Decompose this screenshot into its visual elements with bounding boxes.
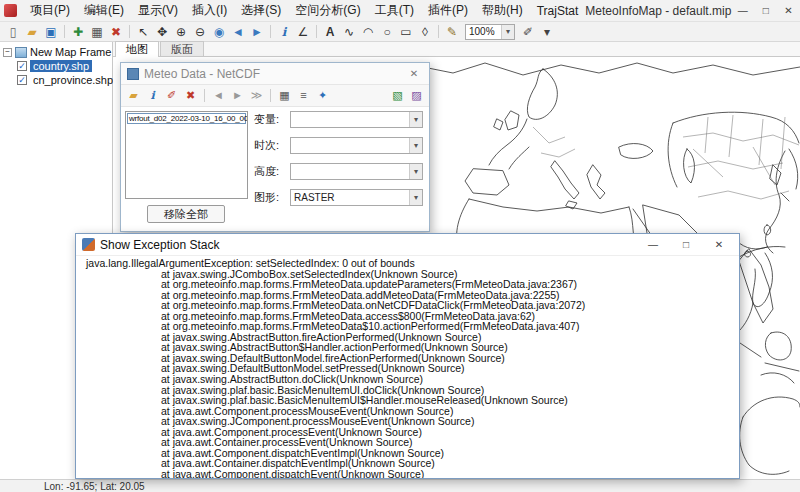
stack-trace: java.lang.IllegalArgumentException: setS… xyxy=(76,256,739,478)
chevron-down-icon: ▾ xyxy=(409,164,422,179)
map-frame-row[interactable]: − New Map Frame xyxy=(0,45,112,59)
menu-project[interactable]: 项目(P) xyxy=(23,0,77,21)
menu-selection[interactable]: 选择(S) xyxy=(234,0,288,21)
toolbar-separator xyxy=(438,25,439,38)
toolbar-separator xyxy=(270,89,271,102)
view-tabbar: 地图 版面 xyxy=(113,42,800,57)
edit-vertices-icon[interactable]: ✐ xyxy=(519,23,537,40)
remove-all-button[interactable]: 移除全部 xyxy=(147,205,225,223)
layer-label-cn-province[interactable]: cn_province.shp xyxy=(30,74,116,86)
next-time-icon[interactable]: ► xyxy=(229,88,246,104)
edit-tool-icon[interactable]: ✎ xyxy=(443,23,461,40)
time-combo[interactable]: ▾ xyxy=(290,137,423,154)
main-toolbar: ▯ ▰ ▣ ✚ ▦ ✖ ↖ ✥ ⊕ ⊖ ◉ ◄ ► i ∠ A ∿ ◠ ○ ▭ … xyxy=(0,22,800,42)
toolbar-separator xyxy=(64,25,65,38)
new-project-icon[interactable]: ▯ xyxy=(4,23,22,40)
previous-time-icon[interactable]: ◄ xyxy=(210,88,227,104)
chart-icon[interactable]: ▧ xyxy=(389,88,406,104)
exception-minimize-button[interactable]: — xyxy=(639,234,667,256)
zoom-level-combo[interactable]: 100% ▾ xyxy=(465,24,515,40)
tab-layout[interactable]: 版面 xyxy=(160,41,204,56)
graph-value: RASTER xyxy=(291,192,409,203)
menu-help[interactable]: 帮助(H) xyxy=(475,0,530,21)
toolbar-separator xyxy=(129,25,130,38)
insert-curve-icon[interactable]: ◠ xyxy=(359,23,377,40)
meteo-dialog-title: Meteo Data - NetCDF xyxy=(144,67,260,81)
measure-icon[interactable]: ∠ xyxy=(294,23,312,40)
data-info-icon[interactable]: i xyxy=(144,88,161,104)
window-title: MeteoInfoMap - default.mip xyxy=(585,4,731,18)
menu-edit[interactable]: 编辑(E) xyxy=(77,0,131,21)
exception-dialog-icon xyxy=(82,238,95,251)
insert-label-icon[interactable]: A xyxy=(321,23,339,40)
settings-icon[interactable]: ≡ xyxy=(295,88,312,104)
layer-checkbox-country[interactable]: ✓ xyxy=(17,61,27,71)
statusbar: Lon: -91.65; Lat: 20.05 xyxy=(0,479,800,492)
remove-layer-icon[interactable]: ✖ xyxy=(107,23,125,40)
layer-row-country[interactable]: ✓ country.shp xyxy=(0,59,112,73)
select-icon[interactable]: ↖ xyxy=(134,23,152,40)
level-combo[interactable]: ▾ xyxy=(290,163,423,180)
meteo-dialog-close-button[interactable]: ✕ xyxy=(405,68,423,79)
variable-label: 变量: xyxy=(254,112,286,127)
layer-row-cn-province[interactable]: ✓ cn_province.shp xyxy=(0,73,112,87)
open-file-icon[interactable]: ▰ xyxy=(125,88,142,104)
layer-checkbox-cn-province[interactable]: ✓ xyxy=(17,75,27,85)
minimize-button[interactable]: — xyxy=(731,0,754,21)
last-time-icon[interactable]: ≫ xyxy=(248,88,265,104)
menu-tools[interactable]: 工具(T) xyxy=(368,0,421,21)
layer-label-country[interactable]: country.shp xyxy=(30,60,92,72)
menu-view[interactable]: 显示(V) xyxy=(131,0,185,21)
app-icon xyxy=(4,4,17,17)
tab-map[interactable]: 地图 xyxy=(115,41,159,57)
variable-combo[interactable]: ▾ xyxy=(290,111,423,128)
exception-close-button[interactable]: ✕ xyxy=(705,234,733,256)
pan-icon[interactable]: ✥ xyxy=(153,23,171,40)
toolbar-separator xyxy=(316,25,317,38)
zoom-out-icon[interactable]: ⊖ xyxy=(191,23,209,40)
zoom-previous-icon[interactable]: ◄ xyxy=(229,23,247,40)
insert-rectangle-icon[interactable]: ▭ xyxy=(397,23,415,40)
exception-maximize-button[interactable]: □ xyxy=(672,234,700,256)
meteo-dialog-icon xyxy=(127,68,139,80)
tools-icon[interactable]: ✦ xyxy=(314,88,331,104)
open-project-icon[interactable]: ▰ xyxy=(23,23,41,40)
meteo-data-dialog: Meteo Data - NetCDF ✕ ▰ i ✐ ✖ ◄ ► ≫ ▦ ≡ … xyxy=(120,62,430,232)
tree-collapse-icon[interactable]: − xyxy=(3,48,12,57)
data-file-list[interactable]: wrfout_d02_2022-03-10_16_00_00 xyxy=(125,111,248,199)
menu-trajstat[interactable]: TrajStat xyxy=(530,0,586,21)
remove-data-icon[interactable]: ✖ xyxy=(182,88,199,104)
exception-dialog: Show Exception Stack — □ ✕ java.lang.Ill… xyxy=(75,233,740,479)
maximize-button[interactable]: □ xyxy=(754,0,777,21)
menu-plugin[interactable]: 插件(P) xyxy=(421,0,475,21)
save-project-icon[interactable]: ▣ xyxy=(42,23,60,40)
data-file-item[interactable]: wrfout_d02_2022-03-10_16_00_00 xyxy=(127,113,246,124)
coordinates-readout: Lon: -91.65; Lat: 20.05 xyxy=(44,481,145,492)
menu-geoprocessing[interactable]: 空间分析(G) xyxy=(288,0,367,21)
data-table-icon[interactable]: ▦ xyxy=(276,88,293,104)
image-icon[interactable]: ▨ xyxy=(408,88,425,104)
meteo-fields: 变量: ▾ 时次: ▾ 高度: ▾ xyxy=(254,111,423,215)
insert-ellipse-icon[interactable]: ◊ xyxy=(416,23,434,40)
menu-insert[interactable]: 插入(I) xyxy=(185,0,234,21)
open-data-icon[interactable]: ▦ xyxy=(88,23,106,40)
chevron-down-icon: ▾ xyxy=(409,112,422,127)
menubar: 项目(P) 编辑(E) 显示(V) 插入(I) 选择(S) 空间分析(G) 工具… xyxy=(0,0,800,22)
close-button[interactable]: ✕ xyxy=(777,0,800,21)
insert-polyline-icon[interactable]: ∿ xyxy=(340,23,358,40)
time-label: 时次: xyxy=(254,138,286,153)
full-extent-icon[interactable]: ◉ xyxy=(210,23,228,40)
add-layer-icon[interactable]: ✚ xyxy=(69,23,87,40)
chevron-down-icon: ▾ xyxy=(409,190,422,205)
chevron-down-icon: ▾ xyxy=(409,138,422,153)
graph-combo[interactable]: RASTER ▾ xyxy=(290,189,423,206)
toolbar-separator xyxy=(270,25,271,38)
identify-icon[interactable]: i xyxy=(275,23,293,40)
zoom-in-icon[interactable]: ⊕ xyxy=(172,23,190,40)
more-tools-icon[interactable]: ▾ xyxy=(538,23,556,40)
zoom-next-icon[interactable]: ► xyxy=(248,23,266,40)
draw-data-icon[interactable]: ✐ xyxy=(163,88,180,104)
exception-dialog-titlebar[interactable]: Show Exception Stack — □ ✕ xyxy=(76,234,739,256)
meteo-dialog-titlebar[interactable]: Meteo Data - NetCDF ✕ xyxy=(121,63,429,85)
insert-circle-icon[interactable]: ○ xyxy=(378,23,396,40)
